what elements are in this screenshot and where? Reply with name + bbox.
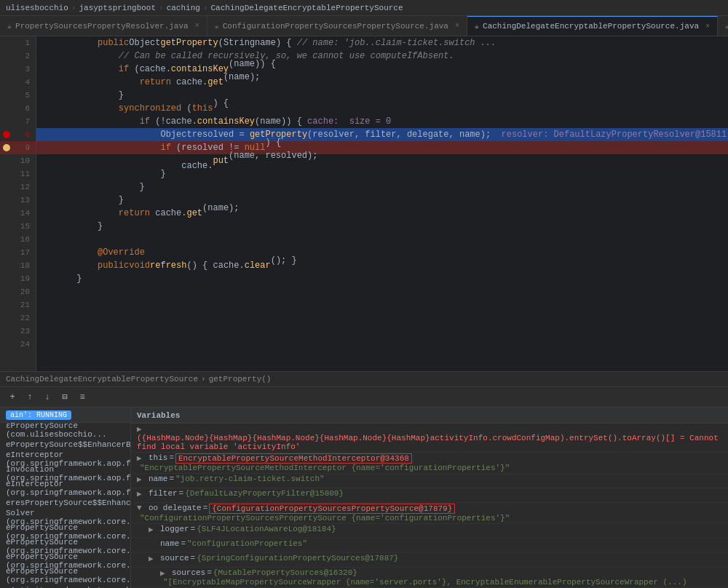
tab-bar: ☕ PropertySourcesPropertyResolver.java ×… [0, 16, 728, 36]
debug-up-btn[interactable]: ↑ [23, 391, 36, 404]
line-num-9: 9 [0, 141, 36, 154]
line-num-23: 23 [0, 325, 36, 338]
code-line-24 [36, 338, 728, 351]
code-content: public Object getProperty(String name) {… [36, 36, 728, 371]
frame-item-2[interactable]: ePropertySource$$EnhancerBySpring... [0, 437, 130, 452]
var-error-line[interactable]: ▶ ({HashMap.Node}{HashMap}{HashMap.Node}… [131, 424, 728, 453]
code-line-12: } [36, 180, 728, 194]
line-num-8-breakpoint[interactable]: 8 [0, 128, 36, 141]
debug-add-btn[interactable]: + [6, 391, 19, 404]
line-num-18: 18 [0, 259, 36, 272]
close-tab-3-icon[interactable]: × [705, 23, 710, 31]
line-num-16: 16 [0, 233, 36, 246]
tab-property-sources-resolver[interactable]: ☕ PropertySourcesPropertyResolver.java × [0, 16, 207, 36]
line-num-3: 3 [0, 63, 36, 76]
running-badge: ain': RUNNING [6, 410, 71, 420]
tab-configuration-property-sources[interactable]: ☕ ConfigurationPropertySourcesPropertySo… [207, 16, 467, 36]
code-line-6: synchronized (this) { [36, 102, 728, 115]
java-icon-4: ☕ [725, 22, 728, 31]
breadcrumb-item-2[interactable]: jasyptspringboot [79, 4, 156, 12]
code-line-4: return cache.get(name); [36, 76, 728, 89]
line-num-12: 12 [0, 180, 36, 194]
frame-item-7[interactable]: Solver (org.springframework.core.env... [0, 510, 130, 525]
var-this[interactable]: ▶ this = EncryptablePropertySourceMethod… [131, 453, 728, 474]
tab-properties-property-source[interactable]: ☕ PropertiesPropertySource.java × [718, 16, 728, 36]
line-gutter: 1 2 3 4 5 6 7 8 9 10 11 12 13 14 15 16 1… [0, 36, 36, 371]
java-icon: ☕ [7, 22, 12, 31]
line-num-21: 21 [0, 298, 36, 311]
line-num-1: 1 [0, 36, 36, 49]
frame-item-3[interactable]: eInterceptor (org.springframework.aop.fr… [0, 452, 130, 466]
frame-item-1[interactable]: εPropertySource (com.ulisesbocchio... [0, 423, 130, 437]
code-line-15: } [36, 220, 728, 233]
var-delegate-name[interactable]: name = "configurationProperties" [131, 539, 728, 553]
debug-toolbar: + ↑ ↓ ⊟ ≡ [0, 387, 728, 408]
code-line-18: public void refresh() { cache.clear(); } [36, 259, 728, 272]
editor-area: 1 2 3 4 5 6 7 8 9 10 11 12 13 14 15 16 1… [0, 36, 728, 371]
frame-item-9[interactable]: ePropertySource (org.springframework.cor… [0, 539, 130, 554]
var-delegate[interactable]: ▼ oo delegate = {ConfigurationPropertySo… [131, 503, 728, 524]
java-icon-2: ☕ [215, 22, 219, 31]
line-num-15: 15 [0, 220, 36, 233]
frame-item-6[interactable]: eresPropertySource$$EnhancerBySpr... [0, 496, 130, 510]
frame-item-4[interactable]: Invocation (org.springframework.aop.fram… [0, 466, 130, 481]
tab-caching-delegate[interactable]: ☕ CachingDelegateEncryptablePropertySour… [467, 16, 718, 36]
line-num-10: 10 [0, 154, 36, 167]
code-line-5: } [36, 89, 728, 102]
running-state-label: ain': RUNNING [0, 408, 130, 423]
code-line-17: @Override [36, 246, 728, 259]
line-num-6: 6 [0, 102, 36, 115]
debug-panel: + ↑ ↓ ⊟ ≡ ain': RUNNING εPropertySource … [0, 387, 728, 588]
line-num-19: 19 [0, 272, 36, 285]
breadcrumb: ulisesbocchio › jasyptspringboot › cachi… [0, 0, 728, 16]
line-num-5: 5 [0, 89, 36, 102]
line-num-4: 4 [0, 76, 36, 89]
code-line-22 [36, 311, 728, 325]
variables-panel: Variables ▶ ({HashMap.Node}{HashMap}{Has… [131, 408, 728, 588]
line-num-22: 22 [0, 311, 36, 325]
code-line-16 [36, 233, 728, 246]
var-delegate-sources[interactable]: ▶ sources = {MutablePropertySources@1632… [131, 568, 728, 588]
editor-breadcrumb-method[interactable]: getProperty() [209, 375, 272, 384]
code-line-14: return cache.get(name); [36, 207, 728, 220]
code-line-21 [36, 298, 728, 311]
var-delegate-source[interactable]: ▶ source = {SpringConfigurationPropertyS… [131, 553, 728, 568]
code-line-20 [36, 285, 728, 298]
warning-dot [3, 144, 10, 151]
var-filter[interactable]: ▶ filter = {DefaultLazyPropertyFilter@15… [131, 488, 728, 503]
breakpoint-dot [3, 131, 10, 138]
close-tab-icon[interactable]: × [195, 22, 199, 30]
code-line-23 [36, 325, 728, 338]
line-num-24: 24 [0, 338, 36, 351]
frame-item-8[interactable]: ePropertySource (org.springframework.cor… [0, 525, 130, 539]
line-num-14: 14 [0, 207, 36, 220]
line-num-20: 20 [0, 285, 36, 298]
debug-layout: ain': RUNNING εPropertySource (com.ulise… [0, 408, 728, 588]
java-icon-3: ☕ [475, 22, 479, 31]
breadcrumb-item-4[interactable]: CachingDelegateEncryptablePropertySource [211, 4, 403, 12]
var-delegate-logger[interactable]: ▶ logger = {SLF4JLocationAwareLog@18184} [131, 524, 728, 539]
breadcrumb-item-1[interactable]: ulisesbocchio [6, 4, 68, 12]
var-delegate-value: {ConfigurationPropertySourcesPropertySou… [209, 504, 455, 514]
frame-item-11[interactable]: ePropertySource (org.springframework.cor… [0, 568, 130, 583]
frame-item-5[interactable]: eInterceptor (org.springframework.aop.fr… [0, 481, 130, 496]
line-num-2: 2 [0, 49, 36, 63]
debug-minus-btn[interactable]: ⊟ [58, 391, 71, 404]
thread-frame-panel: ain': RUNNING εPropertySource (com.ulise… [0, 408, 131, 588]
debug-down-btn[interactable]: ↓ [41, 391, 54, 404]
line-num-7: 7 [0, 115, 36, 128]
breadcrumb-item-3[interactable]: caching [167, 4, 200, 12]
line-num-17: 17 [0, 246, 36, 259]
code-line-1: public Object getProperty(String name) {… [36, 36, 728, 49]
code-line-3: if (cache.containsKey(name)) { [36, 63, 728, 76]
code-line-2: // Can be called recursively, so, we can… [36, 49, 728, 63]
close-tab-2-icon[interactable]: × [455, 22, 459, 30]
debug-menu-btn[interactable]: ≡ [76, 391, 89, 404]
line-num-11: 11 [0, 167, 36, 180]
frame-list: εPropertySource (com.ulisesbocchio... eP… [0, 423, 130, 588]
frame-item-10[interactable]: ePropertySource (org.springframework.cor… [0, 554, 130, 568]
editor-breadcrumb-class[interactable]: CachingDelegateEncryptablePropertySource [6, 375, 198, 384]
variables-header: Variables [131, 408, 728, 424]
code-line-19: } [36, 272, 728, 285]
var-name[interactable]: ▶ name = "job.retry-claim-ticket.switch" [131, 474, 728, 488]
